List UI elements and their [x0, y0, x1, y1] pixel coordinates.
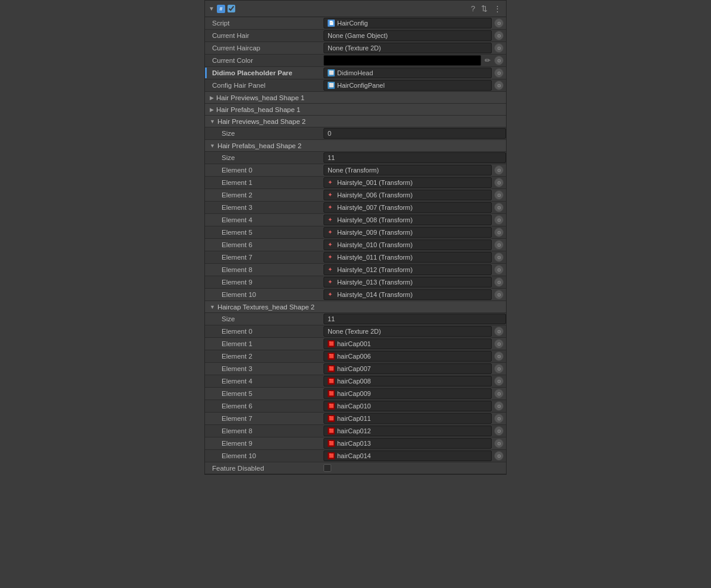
target-button[interactable]: ⊙ — [494, 389, 504, 398]
target-button[interactable]: ⊙ — [494, 401, 504, 411]
section-arrow-icon[interactable]: ▼ — [210, 119, 215, 124]
target-button[interactable]: ⊙ — [494, 215, 504, 225]
target-button[interactable]: ⊙ — [494, 327, 504, 336]
section-title: Hair Previews_head Shape 1 — [216, 94, 305, 101]
target-button[interactable]: ⊙ — [494, 351, 504, 361]
object-field[interactable]: 🟥hairCap001 — [324, 338, 492, 349]
section-arrow-icon[interactable]: ▶ — [210, 95, 214, 101]
object-field[interactable]: ✦Hairstyle_006 (Transform) — [324, 190, 492, 200]
target-button[interactable]: ⊙ — [494, 290, 504, 299]
object-field[interactable]: 🟥hairCap011 — [324, 413, 492, 424]
enable-checkbox[interactable] — [228, 5, 235, 12]
object-field[interactable]: ✦Hairstyle_012 (Transform) — [324, 264, 492, 275]
prop-label: Current Hair — [205, 32, 324, 39]
field-value: hairCap008 — [337, 378, 371, 385]
target-button[interactable]: ⊙ — [494, 426, 504, 436]
target-button[interactable]: ⊙ — [494, 18, 504, 28]
target-button[interactable]: ⊙ — [494, 265, 504, 274]
object-field[interactable]: 📄HairConfig — [324, 18, 492, 28]
section-arrow-icon[interactable]: ▼ — [210, 143, 215, 149]
field-value: None (Texture 2D) — [328, 328, 381, 335]
property-row: Element 9 🟥hairCap013 ⊙ — [205, 437, 506, 450]
object-field[interactable]: ⬜HairConfigPanel — [324, 80, 492, 91]
object-field[interactable]: None (Transform) — [324, 165, 492, 175]
property-row: Element 8 🟥hairCap012 ⊙ — [205, 425, 506, 437]
object-field[interactable]: ✦Hairstyle_010 (Transform) — [324, 239, 492, 250]
object-field[interactable]: ✦Hairstyle_011 (Transform) — [324, 252, 492, 263]
object-field[interactable]: None (Texture 2D) — [324, 43, 492, 53]
help-icon-button[interactable]: ? — [470, 4, 476, 13]
more-icon-button[interactable]: ⋮ — [492, 4, 502, 13]
property-row: Feature Disabled — [205, 462, 506, 474]
prop-label: Element 8 — [205, 427, 324, 434]
prop-value: 🟥hairCap006 ⊙ — [324, 351, 506, 362]
target-button[interactable]: ⊙ — [494, 203, 504, 212]
object-field[interactable]: ✦Hairstyle_013 (Transform) — [324, 277, 492, 287]
prop-label: Element 6 — [205, 241, 324, 248]
target-button[interactable]: ⊙ — [494, 68, 504, 78]
prop-label: Element 0 — [205, 328, 324, 335]
prop-label: Script — [205, 20, 324, 27]
target-button[interactable]: ⊙ — [494, 451, 504, 461]
target-button[interactable]: ⊙ — [494, 240, 504, 250]
target-button[interactable]: ⊙ — [494, 376, 504, 386]
target-button[interactable]: ⊙ — [494, 178, 504, 187]
settings-icon-button[interactable]: ⇅ — [480, 4, 489, 13]
target-button[interactable]: ⊙ — [494, 190, 504, 200]
object-field[interactable]: ✦Hairstyle_001 (Transform) — [324, 177, 492, 188]
target-button[interactable]: ⊙ — [494, 364, 504, 373]
object-field[interactable]: ⬜DidimoHead — [324, 68, 492, 78]
property-row: Element 5 ✦Hairstyle_009 (Transform) ⊙ — [205, 226, 506, 239]
target-button[interactable]: ⊙ — [494, 439, 504, 448]
object-field[interactable]: 🟥hairCap007 — [324, 363, 492, 374]
object-field[interactable]: None (Game Object) — [324, 30, 492, 41]
script-icon: # — [217, 5, 225, 13]
property-row: Element 8 ✦Hairstyle_012 (Transform) ⊙ — [205, 264, 506, 276]
target-button[interactable]: ⊙ — [494, 339, 504, 349]
target-button[interactable]: ⊙ — [494, 56, 504, 65]
object-field[interactable]: 11 — [324, 314, 506, 324]
checkbox-field[interactable] — [324, 464, 331, 472]
property-row: Element 4 🟥hairCap008 ⊙ — [205, 375, 506, 388]
object-field[interactable]: 🟥hairCap012 — [324, 426, 492, 436]
property-row: Element 10 🟥hairCap014 ⊙ — [205, 450, 506, 462]
object-field[interactable]: 🟥hairCap009 — [324, 388, 492, 399]
property-row: Size 11 — [205, 152, 506, 164]
object-field[interactable]: ✦Hairstyle_008 (Transform) — [324, 215, 492, 225]
property-row: Element 10 ✦Hairstyle_014 (Transform) ⊙ — [205, 289, 506, 301]
object-field[interactable]: 🟥hairCap013 — [324, 438, 492, 449]
object-field[interactable]: 🟥hairCap014 — [324, 450, 492, 461]
object-field[interactable]: ✦Hairstyle_014 (Transform) — [324, 289, 492, 300]
property-row: Element 1 🟥hairCap001 ⊙ — [205, 338, 506, 350]
object-field[interactable]: 🟥hairCap010 — [324, 401, 492, 411]
prop-value: ✦Hairstyle_009 (Transform) ⊙ — [324, 227, 506, 238]
property-row: Element 3 🟥hairCap007 ⊙ — [205, 363, 506, 375]
target-button[interactable]: ⊙ — [494, 228, 504, 237]
object-field[interactable]: 🟥hairCap008 — [324, 376, 492, 386]
target-button[interactable]: ⊙ — [494, 81, 504, 90]
prop-label: Element 10 — [205, 291, 324, 298]
eyedropper-button[interactable]: ✏ — [483, 56, 492, 65]
object-field[interactable]: 🟥hairCap006 — [324, 351, 492, 362]
target-button[interactable]: ⊙ — [494, 414, 504, 423]
section-arrow-icon[interactable]: ▼ — [210, 304, 215, 310]
collapse-arrow-icon[interactable]: ▼ — [209, 5, 214, 12]
target-button[interactable]: ⊙ — [494, 43, 504, 53]
object-field[interactable]: 0 — [324, 128, 506, 139]
prop-label: Element 2 — [205, 191, 324, 199]
section-arrow-icon[interactable]: ▶ — [210, 107, 214, 113]
object-field[interactable]: 11 — [324, 152, 506, 163]
prop-value: ✏ ⊙ — [324, 55, 506, 66]
target-button[interactable]: ⊙ — [494, 253, 504, 262]
prop-label: Element 10 — [205, 452, 324, 459]
object-field[interactable]: ✦Hairstyle_009 (Transform) — [324, 227, 492, 238]
target-button[interactable]: ⊙ — [494, 277, 504, 287]
section-label: ▶ Hair Previews_head Shape 1 — [205, 94, 305, 101]
field-value: 11 — [328, 315, 335, 322]
object-field[interactable]: ✦Hairstyle_007 (Transform) — [324, 202, 492, 213]
object-field[interactable]: None (Texture 2D) — [324, 326, 492, 337]
color-swatch[interactable] — [324, 55, 481, 66]
target-button[interactable]: ⊙ — [494, 31, 504, 40]
target-button[interactable]: ⊙ — [494, 165, 504, 175]
field-value: Hairstyle_006 (Transform) — [337, 191, 412, 199]
